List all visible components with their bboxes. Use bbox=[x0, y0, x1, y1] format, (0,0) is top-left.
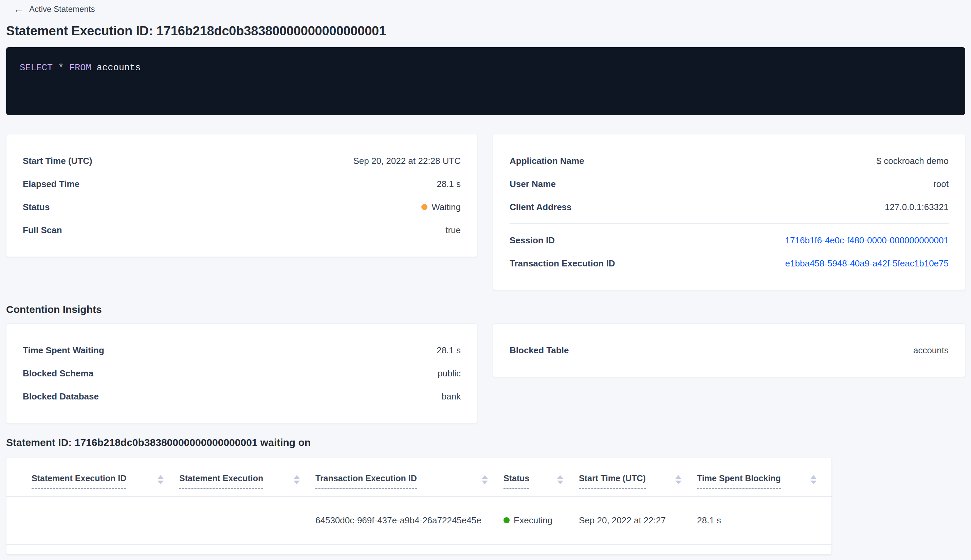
blocked-table-label: Blocked Table bbox=[510, 345, 569, 356]
cell-time-spent-blocking: 28.1 s bbox=[697, 496, 832, 544]
status-label: Status bbox=[23, 202, 50, 212]
blocked-schema-value: public bbox=[438, 368, 461, 379]
application-name-value: $ cockroach demo bbox=[877, 156, 949, 166]
elapsed-time-row: Elapsed Time 28.1 s bbox=[23, 172, 461, 195]
status-row: Status Waiting bbox=[23, 195, 461, 218]
start-time-value: Sep 20, 2022 at 22:28 UTC bbox=[353, 156, 461, 166]
cell-status: Executing bbox=[504, 496, 579, 544]
session-id-label: Session ID bbox=[510, 235, 555, 246]
sql-statement: SELECT * FROM accounts bbox=[20, 63, 140, 73]
column-header-time-spent-blocking[interactable]: Time Spent Blocking bbox=[697, 458, 832, 496]
column-header-transaction-execution-id[interactable]: Transaction Execution ID bbox=[315, 458, 504, 496]
session-id-row: Session ID 1716b1f6-4e0c-f480-0000-00000… bbox=[510, 229, 949, 252]
column-header-status[interactable]: Status bbox=[504, 458, 579, 496]
user-name-label: User Name bbox=[510, 179, 556, 189]
column-label[interactable]: Statement Execution ID bbox=[32, 473, 126, 489]
back-arrow-icon: ← bbox=[13, 4, 24, 14]
application-name-row: Application Name $ cockroach demo bbox=[510, 149, 949, 172]
blocked-table-card: Blocked Table accounts bbox=[493, 323, 965, 377]
column-header-statement-execution-id[interactable]: Statement Execution ID bbox=[7, 458, 179, 496]
column-label[interactable]: Status bbox=[504, 473, 529, 489]
transaction-execution-id-label: Transaction Execution ID bbox=[510, 258, 615, 269]
elapsed-time-value: 28.1 s bbox=[437, 179, 461, 189]
breadcrumb-label: Active Statements bbox=[29, 4, 95, 14]
column-label[interactable]: Transaction Execution ID bbox=[315, 473, 417, 489]
page-title: Statement Execution ID: 1716b218dc0b3838… bbox=[6, 24, 965, 38]
statement-execution-page: ← Active Statements Statement Execution … bbox=[0, 0, 971, 555]
cell-transaction-execution-id: 64530d0c-969f-437e-a9b4-26a72245e45e bbox=[315, 496, 504, 544]
blocked-schema-row: Blocked Schema public bbox=[23, 362, 461, 385]
client-address-row: Client Address 127.0.0.1:63321 bbox=[510, 195, 949, 218]
sort-icon bbox=[675, 475, 681, 484]
waiting-on-heading: Statement ID: 1716b218dc0b38380000000000… bbox=[6, 437, 965, 448]
column-header-statement-execution[interactable]: Statement Execution bbox=[179, 458, 315, 496]
sql-table-identifier: accounts bbox=[97, 63, 141, 73]
sql-star-operator: * bbox=[58, 63, 63, 73]
blocked-schema-label: Blocked Schema bbox=[23, 368, 93, 379]
blocked-table-value: accounts bbox=[913, 345, 949, 356]
cell-statement-execution-id bbox=[7, 496, 179, 544]
waiting-on-table: Statement Execution ID Statement Executi… bbox=[7, 458, 832, 545]
card-divider bbox=[510, 223, 949, 224]
application-name-label: Application Name bbox=[510, 156, 584, 166]
client-address-label: Client Address bbox=[510, 202, 572, 212]
sql-statement-box: SELECT * FROM accounts bbox=[6, 47, 965, 115]
blocked-database-label: Blocked Database bbox=[23, 391, 99, 402]
user-name-value: root bbox=[933, 179, 949, 189]
full-scan-row: Full Scan true bbox=[23, 218, 461, 242]
sort-icon bbox=[294, 475, 300, 484]
full-scan-value: true bbox=[445, 225, 461, 235]
sql-keyword-from: FROM bbox=[69, 63, 91, 73]
statement-details-card: Start Time (UTC) Sep 20, 2022 at 22:28 U… bbox=[6, 134, 477, 257]
column-header-start-time[interactable]: Start Time (UTC) bbox=[579, 458, 697, 496]
cell-statement-execution bbox=[179, 496, 315, 544]
client-address-value: 127.0.0.1:63321 bbox=[885, 202, 949, 212]
blocked-database-row: Blocked Database bank bbox=[23, 385, 461, 408]
time-spent-waiting-label: Time Spent Waiting bbox=[23, 345, 104, 356]
session-id-link[interactable]: 1716b1f6-4e0c-f480-0000-000000000001 bbox=[785, 235, 949, 246]
column-label[interactable]: Time Spent Blocking bbox=[697, 473, 781, 489]
full-scan-label: Full Scan bbox=[23, 225, 62, 235]
contention-cards-row: Time Spent Waiting 28.1 s Blocked Schema… bbox=[6, 323, 965, 423]
sort-icon bbox=[482, 475, 488, 484]
status-value-text: Waiting bbox=[432, 202, 461, 212]
sort-icon bbox=[811, 475, 816, 484]
session-details-card: Application Name $ cockroach demo User N… bbox=[493, 134, 965, 290]
transaction-execution-id-link[interactable]: e1bba458-5948-40a9-a42f-5feac1b10e75 bbox=[785, 258, 949, 269]
table-row: 64530d0c-969f-437e-a9b4-26a72245e45e Exe… bbox=[7, 496, 832, 544]
waiting-status-dot-icon bbox=[421, 204, 427, 210]
cell-status-text: Executing bbox=[514, 515, 552, 526]
blocked-table-row: Blocked Table accounts bbox=[510, 339, 949, 362]
start-time-row: Start Time (UTC) Sep 20, 2022 at 22:28 U… bbox=[23, 149, 461, 172]
contention-insights-heading: Contention Insights bbox=[6, 304, 965, 315]
executing-status-dot-icon bbox=[504, 517, 510, 523]
elapsed-time-label: Elapsed Time bbox=[23, 179, 80, 189]
table-header-row: Statement Execution ID Statement Executi… bbox=[7, 458, 832, 496]
cell-start-time: Sep 20, 2022 at 22:27 bbox=[579, 496, 697, 544]
column-label[interactable]: Statement Execution bbox=[179, 473, 263, 489]
user-name-row: User Name root bbox=[510, 172, 949, 195]
breadcrumb-back-link[interactable]: ← Active Statements bbox=[13, 3, 95, 16]
contention-waiting-card: Time Spent Waiting 28.1 s Blocked Schema… bbox=[6, 323, 477, 423]
sort-icon bbox=[557, 475, 563, 484]
column-label[interactable]: Start Time (UTC) bbox=[579, 473, 646, 489]
status-badge: Waiting bbox=[421, 202, 461, 212]
details-cards-row: Start Time (UTC) Sep 20, 2022 at 22:28 U… bbox=[6, 134, 965, 290]
transaction-execution-id-row: Transaction Execution ID e1bba458-5948-4… bbox=[510, 252, 949, 275]
sql-keyword-select: SELECT bbox=[20, 63, 53, 73]
start-time-label: Start Time (UTC) bbox=[23, 156, 92, 166]
blocked-database-value: bank bbox=[442, 391, 461, 402]
time-spent-waiting-value: 28.1 s bbox=[437, 345, 461, 356]
time-spent-waiting-row: Time Spent Waiting 28.1 s bbox=[23, 339, 461, 362]
sort-icon bbox=[157, 475, 164, 484]
waiting-on-table-card: Statement Execution ID Statement Executi… bbox=[6, 457, 832, 555]
